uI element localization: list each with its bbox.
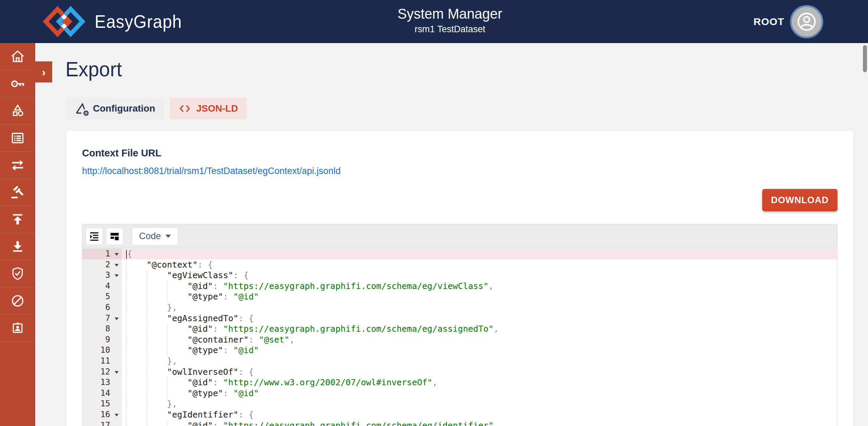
code-line[interactable]: "@context": { [122,259,837,270]
tab-configuration-label: Configuration [93,103,155,114]
top-header-bar: EasyGraph System Manager rsm1 TestDatase… [0,0,868,43]
username-label: ROOT [753,16,784,27]
brand[interactable]: EasyGraph [42,5,188,38]
user-avatar[interactable] [790,5,823,38]
fold-toggle-icon[interactable] [115,274,119,277]
line-number: 8 [82,324,122,334]
dataset-subtitle: rsm1 TestDataset [397,23,503,35]
sidebar-item-restrictions[interactable] [0,287,35,314]
line-number: 10 [82,345,122,356]
page-scrollbar-thumb[interactable] [863,45,867,72]
fold-toggle-icon[interactable] [115,414,119,417]
sidebar-item-keys[interactable] [0,70,35,97]
exchange-arrows-icon [10,157,25,173]
code-line[interactable]: "@id": "http://www.w3.org/2002/07/owl#in… [122,377,837,388]
compact-icon [109,231,120,242]
sidebar-item-forms[interactable] [0,124,35,152]
ban-icon [10,293,25,308]
code-brackets-icon [178,103,191,114]
sidebar-item-accounts[interactable] [0,314,35,342]
code-line[interactable]: "@id": "https://easygraph.graphifi.com/s… [122,281,837,292]
sidebar-item-rules[interactable] [0,179,35,206]
app-title: System Manager [398,4,502,23]
code-line[interactable]: { [122,249,837,259]
editor-toolbar: Code [82,225,837,248]
code-line[interactable]: }, [122,356,837,367]
code-line[interactable]: "egViewClass": { [122,270,837,281]
line-number: 3 [82,270,122,281]
gavel-icon [10,185,25,200]
line-number: 13 [82,377,122,388]
code-line[interactable]: "owlInverseOf": { [122,367,837,377]
code-line[interactable]: }, [122,399,837,409]
editor-body[interactable]: 1234567891011121314151617 { "@context": … [82,249,837,426]
home-icon [10,49,25,64]
sidebar-item-download[interactable] [0,233,35,260]
line-number: 15 [82,399,122,409]
download-icon [10,239,25,254]
code-content[interactable]: { "@context": { "egViewClass": { "@id": … [122,249,837,426]
tab-jsonld[interactable]: JSON-LD [170,98,247,119]
drafting-gear-icon: ⚙ [75,102,88,115]
sidebar-nav [0,43,35,426]
fold-toggle-icon[interactable] [115,264,119,267]
code-line[interactable]: "@type": "@id" [122,388,837,399]
upload-icon [10,212,25,227]
line-number: 5 [82,291,122,302]
user-circle-icon [796,11,817,32]
export-card: Context File URL http://localhost:8081/t… [66,131,853,426]
download-button[interactable]: DOWNLOAD [762,189,837,211]
sidebar-item-validation[interactable] [0,260,35,287]
code-line[interactable]: "@type": "@id" [122,291,837,302]
line-number: 2 [82,259,122,270]
code-line[interactable]: "egIdentifier": { [122,409,837,420]
code-line[interactable]: "@id": "https://easygraph.graphifi.com/s… [122,420,837,426]
mode-select-value: Code [139,231,161,241]
line-number: 17 [82,420,122,426]
line-number: 6 [82,302,122,313]
line-number: 16 [82,409,122,420]
line-number: 11 [82,356,122,367]
line-number: 14 [82,388,122,399]
line-number: 12 [82,367,122,377]
line-number: 7 [82,313,122,324]
code-line[interactable]: "egAssignedTo": { [122,313,837,324]
id-badge-icon [10,321,25,335]
code-line[interactable]: "@id": "https://easygraph.graphifi.com/s… [122,324,837,334]
chevron-down-icon [165,235,171,238]
header-title-block: System Manager rsm1 TestDataset [395,4,505,35]
fold-toggle-icon[interactable] [115,317,119,320]
sidebar-item-upload[interactable] [0,206,35,233]
line-number: 9 [82,334,122,345]
brand-name: EasyGraph [95,11,182,32]
text-cursor [126,250,127,259]
context-file-url-label: Context File URL [82,148,161,159]
mode-select-dropdown[interactable]: Code [132,228,178,245]
user-area: ROOT [753,0,823,43]
key-icon [9,76,26,92]
chevron-right-icon: › [42,65,45,79]
format-indent-icon [89,231,100,242]
context-file-url-link[interactable]: http://localhost:8081/trial/rsm1/TestDat… [82,166,340,176]
sidebar-item-transfer[interactable] [0,152,35,179]
tab-jsonld-label: JSON-LD [196,103,238,114]
compact-button[interactable] [106,228,123,245]
format-button[interactable] [86,228,103,245]
code-line[interactable]: "@type": "@id" [122,345,837,356]
fold-toggle-icon[interactable] [115,371,119,374]
page-title: Export [65,57,122,81]
easygraph-logo-icon [42,6,86,37]
sidebar-expand-button[interactable]: › [35,61,52,82]
tab-configuration[interactable]: ⚙ Configuration [66,98,164,119]
json-code-editor: Code 1234567891011121314151617 { "@conte… [82,224,837,426]
sidebar-item-home[interactable] [0,43,35,70]
sidebar-item-shapes[interactable] [0,97,35,124]
fold-toggle-icon[interactable] [115,253,119,256]
list-alt-icon [10,131,25,146]
shield-check-icon [10,266,25,281]
line-number: 1 [82,249,122,259]
code-line[interactable]: }, [122,302,837,313]
line-number: 4 [82,281,122,292]
shapes-icon [10,103,25,119]
code-line[interactable]: "@container": "@set", [122,334,837,345]
